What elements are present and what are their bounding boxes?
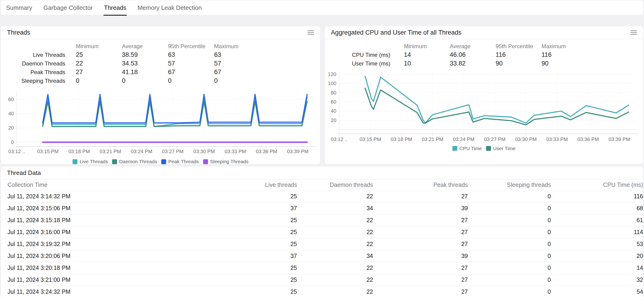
legend-swatch	[161, 159, 166, 164]
legend-item-peak-threads[interactable]: Peak Threads	[161, 159, 199, 164]
stats-row-label: Sleeping Threads	[1, 78, 76, 84]
y-axis-tick-label: 40	[331, 108, 336, 114]
stats-row-label: User Time (ms)	[325, 60, 404, 67]
thread-data-panel: Thread Data Collection TimeLive threadsD…	[1, 167, 643, 297]
cpu-chart-legend: CPU TimeUser Time	[325, 146, 643, 151]
value-cell: 27	[373, 226, 468, 238]
x-axis-tick-label: 03:18 PM	[68, 149, 90, 154]
value-cell: 114	[551, 226, 643, 238]
legend-label: CPU Time	[459, 146, 482, 151]
table-row: Jul 11, 2024 3:21:00 PM25222703223	[1, 274, 643, 286]
x-axis-tick-label: 03:12 ..	[331, 137, 348, 142]
legend-item-live-threads[interactable]: Live Threads	[72, 159, 108, 164]
stats-column-header: Maximum	[542, 43, 643, 49]
x-axis-tick-label: 03:39 PM	[287, 149, 308, 154]
legend-label: Daemon Threads	[119, 159, 157, 164]
x-axis-tick-label: 03:39 PM	[608, 137, 630, 142]
stats-value: 63	[168, 51, 214, 58]
stats-row-label: Daemon Threads	[1, 60, 76, 67]
thread-data-title-bar: Thread Data	[1, 167, 643, 180]
stats-value: 27	[76, 68, 122, 76]
cpu-panel-title: Aggregated CPU and User Time of all Thre…	[331, 29, 462, 36]
value-cell: 0	[468, 286, 551, 297]
hamburger-icon[interactable]	[630, 30, 637, 35]
table-row: Jul 11, 2024 3:14:32 PM252227011690	[1, 190, 643, 202]
value-cell: 27	[373, 274, 468, 286]
x-axis-tick-label: 03:21 PM	[422, 137, 443, 142]
value-cell: 27	[373, 286, 468, 297]
cpu-stats-table: MinimumAverage95th PercentileMaximumCPU …	[325, 39, 643, 68]
legend-item-cpu-time[interactable]: CPU Time	[452, 146, 482, 151]
value-cell: 116	[551, 190, 643, 202]
value-cell: 27	[373, 238, 468, 250]
stats-value: 63	[214, 51, 320, 58]
stats-value: 14	[404, 51, 450, 58]
value-cell: 0	[468, 262, 551, 274]
collection-time-cell: Jul 11, 2024 3:19:32 PM	[1, 238, 204, 250]
value-cell: 25	[204, 274, 297, 286]
tab-summary[interactable]: Summary	[6, 0, 32, 15]
cpu-chart[interactable]: 03:12 ..03:15 PM03:18 PM03:21 PM03:24 PM…	[325, 70, 643, 142]
stats-column-header: 95th Percentile	[496, 43, 542, 49]
value-cell: 22	[297, 214, 373, 226]
legend-item-sleeping-threads[interactable]: Sleeping Threads	[203, 159, 248, 164]
stats-column-header: Average	[122, 43, 168, 49]
chart-cpu-canvas[interactable]: 03:12 ..03:15 PM03:18 PM03:21 PM03:24 PM…	[325, 70, 643, 142]
value-cell: 20	[551, 250, 643, 262]
legend-label: Sleeping Threads	[210, 159, 248, 164]
threads-panel: Threads MinimumAverage95th PercentileMax…	[1, 26, 320, 164]
stats-value: 57	[168, 60, 214, 67]
tab-memory-leak-detection[interactable]: Memory Leak Detection	[137, 0, 202, 15]
value-cell: 37	[204, 202, 297, 214]
stats-row-label: Peak Threads	[1, 69, 76, 75]
legend-swatch	[486, 146, 491, 151]
x-axis-tick-label: 03:36 PM	[577, 137, 599, 142]
stats-value: 57	[214, 60, 320, 67]
stats-value: 25	[76, 51, 122, 58]
stats-value: 33.82	[450, 60, 496, 67]
stats-value: 116	[496, 51, 542, 58]
value-cell: 27	[373, 262, 468, 274]
column-header-peak-threads: Peak threads	[373, 180, 468, 190]
legend-label: User Time	[493, 146, 516, 151]
x-axis-tick-label: 03:15 PM	[37, 149, 58, 154]
value-cell: 27	[373, 214, 468, 226]
hamburger-icon[interactable]	[308, 30, 314, 35]
tab-garbage-collector[interactable]: Garbage Collector	[43, 0, 93, 15]
legend-swatch	[203, 159, 208, 164]
stats-value: 0	[76, 77, 122, 84]
y-axis-tick-label: 20	[8, 125, 14, 131]
legend-item-daemon-threads[interactable]: Daemon Threads	[112, 159, 157, 164]
stats-header-row: MinimumAverage95th PercentileMaximum	[325, 42, 643, 50]
value-cell: 0	[468, 250, 551, 262]
x-axis-tick-label: 03:27 PM	[484, 137, 506, 142]
table-row: Jul 11, 2024 3:24:32 PM25222705438	[1, 286, 643, 297]
stats-value: 10	[404, 60, 450, 67]
collection-time-cell: Jul 11, 2024 3:15:06 PM	[1, 202, 204, 214]
value-cell: 0	[468, 274, 551, 286]
collection-time-cell: Jul 11, 2024 3:15:18 PM	[1, 214, 204, 226]
table-row: Jul 11, 2024 3:15:06 PM37343906851	[1, 202, 643, 214]
value-cell: 39	[373, 250, 468, 262]
x-axis-tick-label: 03:30 PM	[193, 149, 214, 154]
legend-item-user-time[interactable]: User Time	[486, 146, 516, 151]
series-line-peak-threads	[42, 94, 307, 123]
value-cell: 25	[204, 190, 297, 202]
column-header-sleeping-threads: Sleeping threads	[468, 180, 551, 190]
tab-threads[interactable]: Threads	[104, 0, 126, 15]
stats-row-label: CPU Time (ms)	[325, 52, 404, 58]
stats-value: 38.59	[122, 51, 168, 58]
stats-value: 67	[214, 68, 320, 76]
x-axis-tick-label: 03:24 PM	[453, 137, 474, 142]
legend-swatch	[112, 159, 117, 164]
value-cell: 22	[297, 274, 373, 286]
value-cell: 25	[204, 262, 297, 274]
chart-threads-canvas[interactable]: 03:12 ..03:15 PM03:18 PM03:21 PM03:24 PM…	[1, 88, 320, 156]
value-cell: 32	[551, 274, 643, 286]
y-axis-tick-label: 60	[8, 97, 14, 102]
series-line-cpu-time	[365, 76, 628, 123]
value-cell: 39	[373, 202, 468, 214]
threads-chart[interactable]: 03:12 ..03:15 PM03:18 PM03:21 PM03:24 PM…	[1, 88, 320, 156]
x-axis-tick-label: 03:33 PM	[546, 137, 568, 142]
collection-time-cell: Jul 11, 2024 3:20:06 PM	[1, 250, 204, 262]
